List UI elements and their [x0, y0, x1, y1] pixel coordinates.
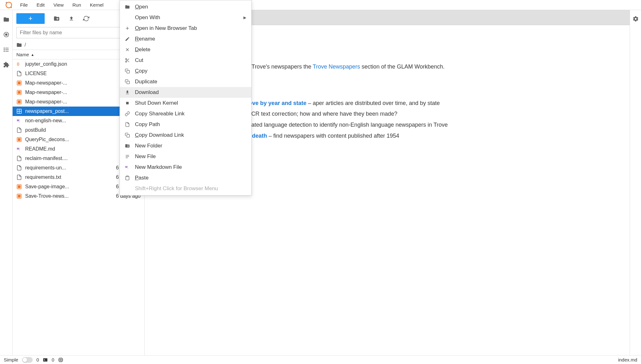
menu-file[interactable]: File — [16, 1, 31, 9]
simple-mode-label: Simple — [4, 357, 18, 362]
menu-item-label: New File — [135, 153, 246, 160]
file-type-icon — [16, 156, 23, 161]
file-type-icon: M↓ — [16, 146, 23, 152]
menu-item-label: Paste — [135, 175, 246, 181]
menu-item-label: Copy Path — [135, 121, 246, 128]
context-menu-item[interactable]: New File — [120, 151, 251, 162]
file-type-icon — [16, 193, 23, 199]
context-menu-item[interactable]: Open in New Browser Tab — [120, 23, 251, 34]
menu-run[interactable]: Run — [69, 1, 85, 9]
new-launcher-button[interactable]: + — [16, 13, 45, 24]
kernels-count[interactable]: 0 — [52, 357, 54, 362]
file-name: non-english-new... — [25, 118, 97, 124]
menu-item-icon — [125, 154, 131, 159]
menu-item-label: Copy Download Link — [135, 132, 246, 138]
file-type-icon — [16, 71, 23, 76]
menu-item-icon — [125, 90, 131, 95]
file-type-icon — [16, 80, 23, 86]
current-file-label[interactable]: index.md — [618, 357, 637, 362]
extension-icon[interactable] — [3, 62, 9, 68]
refresh-icon[interactable] — [83, 15, 89, 22]
svg-line-51 — [126, 59, 127, 60]
menu-item-label: Open With — [135, 14, 239, 21]
context-menu-item[interactable]: M↓New Markdown File — [120, 162, 251, 173]
file-name: reclaim-manifest.... — [25, 156, 97, 161]
activity-bar — [0, 10, 13, 355]
file-name: README.md — [25, 146, 97, 152]
menu-item-icon — [125, 47, 131, 52]
submenu-arrow-icon: ▶ — [243, 15, 246, 20]
context-menu-item[interactable]: Duplicate — [120, 76, 251, 87]
context-menu-item[interactable]: Download — [120, 87, 251, 98]
file-name: Save-Trove-news... — [25, 193, 97, 199]
svg-rect-15 — [18, 91, 20, 94]
svg-point-47 — [125, 58, 127, 60]
svg-text:{}: {} — [17, 62, 20, 66]
menu-view[interactable]: View — [50, 1, 67, 9]
jupyter-logo-icon — [5, 1, 13, 9]
trove-newspapers-link[interactable]: Trove Newspapers — [313, 63, 360, 70]
menu-item-icon — [125, 4, 131, 9]
file-type-icon: M↓ — [16, 118, 23, 124]
context-menu-item[interactable]: Open With▶ — [120, 12, 251, 23]
context-menu-item[interactable]: Delete — [120, 44, 251, 55]
menu-item-icon — [125, 26, 131, 31]
svg-rect-33 — [59, 358, 62, 361]
new-folder-icon[interactable] — [53, 15, 60, 22]
svg-rect-53 — [127, 81, 130, 84]
column-name[interactable]: Name ▲ — [16, 52, 93, 57]
svg-point-1 — [6, 2, 7, 3]
context-menu-item: Shift+Right Click for Browser Menu — [120, 183, 251, 194]
menu-item-icon: M↓ — [125, 165, 131, 170]
menu-item-icon — [125, 79, 131, 84]
context-menu-item[interactable]: Copy Download Link — [120, 130, 251, 141]
context-menu-item[interactable]: Copy Path — [120, 119, 251, 130]
simple-mode-toggle[interactable] — [22, 357, 33, 363]
file-name: Map-newspaper-... — [25, 80, 97, 86]
file-name: QueryPic_decons... — [25, 137, 97, 142]
file-name: Map-newspaper-... — [25, 99, 97, 105]
svg-text:$_: $_ — [44, 359, 47, 361]
file-name: requirements-un... — [25, 165, 97, 171]
menu-edit[interactable]: Edit — [33, 1, 48, 9]
context-menu-item[interactable]: Copy — [120, 66, 251, 76]
upload-icon[interactable] — [69, 16, 74, 21]
context-menu-item[interactable]: Paste — [120, 173, 251, 183]
svg-point-0 — [6, 2, 12, 8]
context-menu-item[interactable]: New Folder — [120, 141, 251, 151]
menu-item-label: Copy Shareable Link — [135, 111, 246, 117]
property-inspector-icon[interactable] — [633, 16, 639, 22]
file-type-icon — [16, 184, 23, 190]
svg-point-8 — [4, 48, 4, 48]
menu-kernel[interactable]: Kernel — [86, 1, 107, 9]
context-menu-item[interactable]: Copy Shareable Link — [120, 108, 251, 119]
file-name: Map-newspaper-... — [25, 90, 97, 95]
file-type-icon — [16, 165, 23, 171]
menu-item-label: Download — [135, 89, 246, 96]
context-menu-item[interactable]: Open — [120, 2, 251, 12]
menu-item-label: Open in New Browser Tab — [135, 25, 246, 31]
toc-icon[interactable] — [3, 47, 9, 53]
file-name: newspapers_post... — [25, 108, 97, 114]
menu-item-icon — [125, 111, 131, 116]
svg-rect-24 — [18, 138, 20, 141]
menu-item-icon — [125, 122, 131, 127]
context-menu-item[interactable]: Rename — [120, 34, 251, 44]
file-name: Save-page-image... — [25, 184, 97, 190]
file-name: postBuild — [25, 127, 97, 133]
svg-rect-34 — [60, 359, 61, 361]
folder-icon[interactable] — [3, 16, 9, 23]
menu-item-label: New Markdown File — [135, 164, 246, 170]
menu-item-icon — [125, 175, 131, 180]
context-menu-item[interactable]: Shut Down Kernel — [120, 98, 251, 108]
running-icon[interactable] — [3, 31, 9, 38]
breadcrumb-root[interactable]: / — [25, 42, 26, 48]
terminals-count[interactable]: 0 — [36, 357, 39, 362]
menu-item-label: Delete — [135, 47, 246, 53]
menu-item-label: New Folder — [135, 143, 246, 149]
context-menu-item[interactable]: Cut — [120, 55, 251, 66]
svg-text:↓: ↓ — [127, 167, 128, 169]
menu-item-label: Shut Down Kernel — [135, 100, 246, 106]
svg-rect-30 — [18, 195, 20, 197]
file-type-icon — [16, 137, 23, 142]
